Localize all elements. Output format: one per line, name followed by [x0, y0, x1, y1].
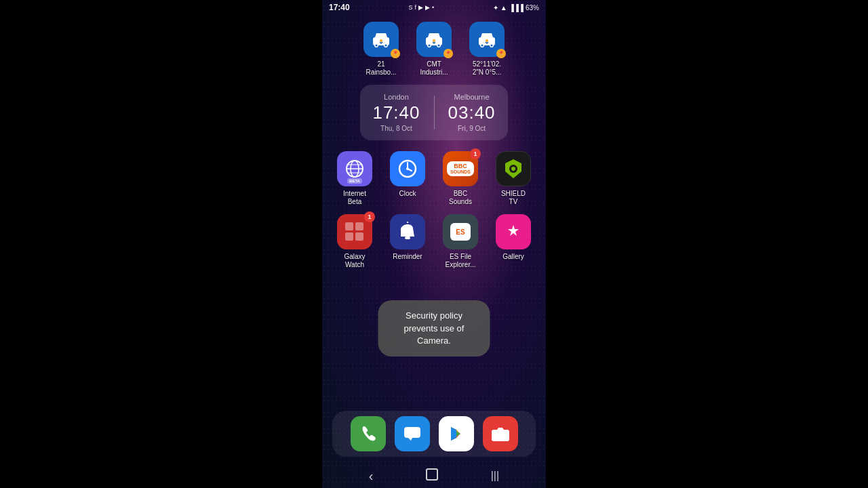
- svg-point-13: [433, 39, 435, 42]
- status-notification-icons: S f ▶ ▶ •: [408, 4, 434, 11]
- navigation-apps-row: 📍 21 Rainsbo...: [358, 22, 510, 77]
- status-bar: 17:40 S f ▶ ▶ • ✦ ▲ ▐▐▐ 63%: [322, 0, 546, 15]
- nav-app-cmt[interactable]: 📍 CMT Industri...: [411, 22, 457, 77]
- app-galaxy-watch-label: Galaxy Watch: [344, 253, 365, 269]
- clock-melbourne-time: 03:40: [448, 102, 496, 123]
- dock-play-store[interactable]: [434, 416, 478, 451]
- app-clock[interactable]: Clock: [384, 151, 431, 206]
- dock-play-store-icon: [439, 416, 474, 451]
- toast-message: Security policy prevents use of Camera.: [404, 310, 465, 345]
- svg-point-18: [481, 45, 484, 47]
- signal-icon: ▐▐▐: [509, 4, 524, 12]
- svg-marker-8: [428, 33, 440, 37]
- app-bbc-sounds-icon: BBC SOUNDS 1: [443, 151, 478, 186]
- nav-app-21-location-pin: 📍: [391, 49, 400, 58]
- nav-app-cmt-location-pin: 📍: [443, 49, 453, 58]
- nav-app-cmt-label: CMT Industri...: [420, 60, 448, 77]
- dot-icon: •: [432, 4, 434, 11]
- status-system-icons: ✦ ▲ ▐▐▐ 63%: [493, 4, 539, 12]
- nav-app-21-label: 21 Rainsbo...: [366, 60, 396, 77]
- facebook-icon: f: [414, 4, 416, 11]
- bluetooth-icon: ✦: [493, 4, 498, 12]
- youtube-icon2: ▶: [425, 4, 430, 11]
- home-screen: 📍 21 Rainsbo...: [322, 15, 546, 411]
- app-reminder[interactable]: Reminder: [384, 214, 431, 269]
- app-shield-tv-label: SHIELD TV: [501, 190, 526, 206]
- nav-app-cmt-icon: 📍: [416, 22, 452, 57]
- app-shield-tv-icon: [496, 151, 531, 186]
- svg-marker-15: [481, 33, 493, 37]
- back-button[interactable]: ‹: [369, 468, 374, 484]
- app-es-file-label: ES File Explorer...: [445, 253, 475, 269]
- clock-london-time: 17:40: [372, 102, 420, 123]
- app-internet-beta[interactable]: BETA Internet Beta: [332, 151, 378, 206]
- nav-app-coord-location-pin: 📍: [496, 49, 506, 58]
- svg-point-19: [491, 45, 493, 47]
- app-es-file-icon: ES: [443, 214, 478, 249]
- app-bbc-sounds[interactable]: BBC SOUNDS 1 BBC Sounds: [437, 151, 484, 206]
- svg-marker-36: [408, 438, 412, 441]
- app-grid-row2: 1 Galaxy Watch Reminder: [332, 214, 536, 269]
- svg-rect-35: [404, 427, 420, 438]
- app-internet-beta-label: Internet Beta: [343, 190, 366, 206]
- world-clock-widget[interactable]: London 17:40 Thu, 8 Oct Melbourne 03:40 …: [360, 85, 507, 140]
- app-reminder-label: Reminder: [393, 253, 422, 261]
- app-gallery-icon: [496, 214, 531, 249]
- svg-marker-40: [451, 427, 456, 441]
- clock-london: London 17:40 Thu, 8 Oct: [372, 93, 420, 132]
- app-gallery-label: Gallery: [502, 253, 524, 261]
- bbc-sounds-badge: 1: [470, 148, 481, 159]
- dock-messages-icon: [395, 416, 430, 451]
- svg-point-4: [376, 45, 378, 47]
- clock-melbourne-date: Fri, 9 Oct: [458, 125, 486, 132]
- status-time: 17:40: [329, 3, 350, 12]
- svg-rect-33: [405, 237, 410, 239]
- clock-melbourne-city: Melbourne: [454, 93, 490, 101]
- navigation-bar: ‹ |||: [322, 464, 546, 488]
- app-clock-icon: [390, 151, 425, 186]
- phone-screen: 17:40 S f ▶ ▶ • ✦ ▲ ▐▐▐ 63%: [322, 0, 546, 488]
- dock-phone-icon: [351, 416, 386, 451]
- app-grid-row1: BETA Internet Beta Clock: [332, 151, 536, 206]
- app-internet-beta-icon: BETA: [337, 151, 372, 186]
- clock-melbourne: Melbourne 03:40 Fri, 9 Oct: [448, 93, 496, 132]
- svg-point-5: [385, 45, 387, 47]
- app-galaxy-watch[interactable]: 1 Galaxy Watch: [332, 214, 378, 269]
- clock-london-date: Thu, 8 Oct: [380, 125, 412, 132]
- dock-phone[interactable]: [346, 416, 390, 451]
- nav-app-coord[interactable]: 📍 52°11'02. 2"N 0°5...: [464, 22, 510, 77]
- app-galaxy-watch-icon: 1: [337, 214, 372, 249]
- nav-app-21[interactable]: 📍 21 Rainsbo...: [358, 22, 404, 77]
- svg-point-29: [406, 167, 409, 170]
- app-gallery[interactable]: Gallery: [490, 214, 536, 269]
- app-reminder-icon: [390, 214, 425, 249]
- security-toast: Security policy prevents use of Camera.: [378, 300, 490, 357]
- svg-point-43: [498, 434, 502, 437]
- svg-point-11: [429, 45, 431, 47]
- beta-tag: BETA: [347, 178, 362, 184]
- dock-camera[interactable]: [478, 416, 522, 451]
- youtube-icon: ▶: [418, 4, 423, 11]
- galaxy-watch-badge: 1: [364, 211, 375, 222]
- dock-messages[interactable]: [390, 416, 434, 451]
- app-clock-label: Clock: [399, 190, 416, 198]
- nav-app-coord-icon: 📍: [469, 22, 505, 57]
- app-dock: [332, 411, 536, 457]
- battery-text: 63%: [526, 4, 539, 12]
- wifi-icon: ▲: [500, 4, 507, 12]
- home-button[interactable]: [426, 468, 438, 483]
- app-shield-tv[interactable]: SHIELD TV: [490, 151, 536, 206]
- app-es-file[interactable]: ES ES File Explorer...: [437, 214, 484, 269]
- sim-icon: S: [408, 4, 412, 11]
- svg-point-20: [486, 39, 488, 42]
- app-bbc-sounds-label: BBC Sounds: [449, 190, 472, 206]
- svg-point-6: [380, 39, 382, 42]
- nav-app-coord-label: 52°11'02. 2"N 0°5...: [473, 60, 502, 77]
- svg-marker-1: [375, 33, 387, 37]
- svg-point-12: [438, 45, 440, 47]
- clock-divider: [434, 96, 435, 129]
- dock-camera-icon: [483, 416, 518, 451]
- nav-app-21-icon: 📍: [363, 22, 399, 57]
- clock-london-city: London: [384, 93, 409, 101]
- recents-button[interactable]: |||: [491, 470, 499, 482]
